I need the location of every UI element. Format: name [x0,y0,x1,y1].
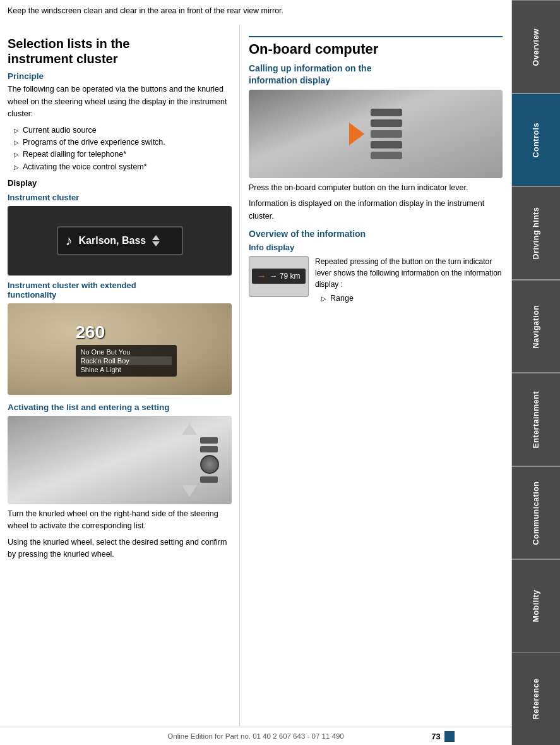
list-item: Programs of the drive experience switch. [14,136,232,148]
sidebar-tab-entertainment[interactable]: Entertainment [512,373,560,466]
activating-body2: Using the knurled wheel, select the desi… [8,536,232,561]
down-arrow-overlay [182,485,197,497]
list-item: Range [321,293,503,305]
arrow-icon: → [257,271,266,281]
cluster-overlay: 260 No One But You Rock'n Roll Boy Shine… [76,322,177,377]
sidebar-tab-controls[interactable]: Controls [512,94,560,187]
page-number: 73 [431,732,455,741]
instrument-cluster-label: Instrument cluster [8,193,232,202]
sw-button [200,476,218,483]
playlist-box: No One But You Rock'n Roll Boy Shine A L… [76,345,177,377]
calling-body1: Press the on-board computer button on th… [249,182,503,194]
sidebar-tab-reference[interactable]: Reference [512,653,560,746]
playlist-item: Rock'n Roll Boy [81,356,172,365]
list-item: Repeat dialling for telephone* [14,148,232,161]
lever-buttons [371,109,402,159]
principle-body: The following can be operated via the bu… [8,83,232,120]
lever-btn [371,109,402,116]
lever-btn [371,152,402,159]
top-intro: Keep the windscreen clean and clear in t… [0,0,511,25]
section-title: Selection lists in the instrument cluste… [8,36,232,66]
footer-text: Online Edition for Part no. 01 40 2 607 … [167,732,343,740]
list-item: Current audio source [14,124,232,136]
playlist-item: Shine A Light [81,365,172,374]
left-column: Selection lists in the instrument cluste… [0,25,240,727]
intro-text: Keep the windscreen clean and clear in t… [8,5,504,17]
bullet-list: Current audio source Programs of the dri… [8,124,232,174]
footer: Online Edition for Part no. 01 40 2 607 … [0,727,511,745]
display-label: Display [8,178,232,188]
info-text-block: Repeated pressing of the button on the t… [315,256,503,308]
sw-button [200,437,218,444]
main-content: Keep the windscreen clean and clear in t… [0,0,511,745]
onboard-title: On-board computer [249,36,503,58]
music-icon: ♪ [66,233,73,249]
sw-controls [200,437,219,483]
calling-heading: Calling up information on the informatio… [249,63,503,85]
sw-button [200,446,218,452]
instrument-cluster-image: ♪ Karlson, Bass [8,206,232,276]
sw-knurl [200,455,219,474]
arrow-right-icon [349,123,364,145]
extended-cluster-image: 260 No One But You Rock'n Roll Boy Shine… [8,303,232,395]
instrument-inner: ♪ Karlson, Bass [57,226,183,255]
steering-wheel-image [8,416,232,504]
up-down-arrows [152,235,160,246]
sidebar: Overview Controls Driving hints Navigati… [511,0,560,745]
speed-number: 260 [76,322,105,342]
lever-btn [371,130,402,138]
right-column: On-board computer Calling up information… [240,25,511,727]
info-display-heading: Info display [249,243,503,252]
activating-heading: Activating the list and entering a setti… [8,403,232,412]
sidebar-tab-navigation[interactable]: Navigation [512,280,560,373]
up-arrow-overlay [182,423,197,435]
sidebar-tab-driving-hints[interactable]: Driving hints [512,186,560,280]
principle-heading: Principle [8,71,232,81]
activating-body1: Turn the knurled wheel on the right-hand… [8,508,232,533]
page-number-bg [444,731,455,742]
sidebar-tab-mobility[interactable]: Mobility [512,559,560,653]
arrow-up-icon [152,235,160,240]
calling-body2: Information is displayed on the informat… [249,198,503,222]
info-bullet-list: Range [315,293,503,305]
list-item: Activating the voice control system* [14,161,232,173]
two-col-layout: Selection lists in the instrument cluste… [0,25,511,727]
sidebar-tab-overview[interactable]: Overview [512,0,560,94]
lever-btn [371,141,402,148]
overview-heading: Overview of the information [249,229,503,239]
distance-value: → 79 km [270,272,300,281]
track-name: Karlson, Bass [79,235,146,246]
lever-btn [371,119,402,127]
info-display-body: Repeated pressing of the button on the t… [315,256,503,290]
info-img-inner: → → 79 km [252,269,305,284]
sidebar-tab-communication[interactable]: Communication [512,466,560,560]
turn-lever-image [249,90,503,178]
playlist-item: No One But You [81,348,172,356]
info-display-image: → → 79 km [249,256,309,297]
info-display-row: → → 79 km Repeated pressing of the butto… [249,256,503,308]
arrow-down-icon [152,241,160,246]
extended-cluster-heading: Instrument cluster with extended functio… [8,281,232,300]
